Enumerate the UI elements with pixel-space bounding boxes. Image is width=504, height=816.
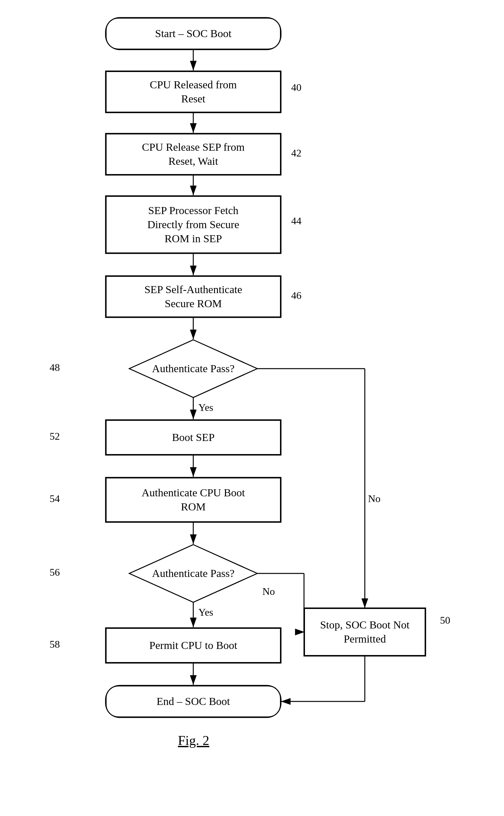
yes-label-1: Yes (198, 402, 213, 413)
auth-pass-1-label: Authenticate Pass? (152, 363, 235, 375)
svg-marker-11 (129, 340, 257, 397)
auth-cpu-boot-rom-label: Authenticate CPU BootROM (142, 486, 245, 514)
label-52: 52 (50, 430, 60, 442)
label-40: 40 (291, 82, 301, 93)
cpu-release-sep-node: CPU Release SEP fromReset, Wait (106, 133, 281, 175)
permit-cpu-label: Permit CPU to Boot (149, 638, 237, 652)
boot-sep-label: Boot SEP (172, 430, 214, 444)
flowchart: Start – SOC Boot 40 CPU Released fromRes… (0, 0, 504, 816)
label-44: 44 (291, 215, 301, 227)
fig-label: Fig. 2 (144, 733, 243, 748)
auth-pass-2-label: Authenticate Pass? (152, 567, 235, 580)
label-58: 58 (50, 638, 60, 650)
no-label-1: No (368, 493, 380, 505)
sep-self-auth-node: SEP Self-AuthenticateSecure ROM (106, 276, 281, 317)
boot-sep-node: Boot SEP (106, 420, 281, 455)
label-46: 46 (291, 290, 301, 301)
end-node: End – SOC Boot (106, 685, 281, 717)
yes-label-2: Yes (198, 606, 213, 618)
stop-label: Stop, SOC Boot NotPermitted (320, 618, 410, 646)
label-56: 56 (50, 566, 60, 578)
sep-fetch-label: SEP Processor FetchDirectly from SecureR… (148, 204, 239, 246)
auth-cpu-boot-rom-node: Authenticate CPU BootROM (106, 477, 281, 522)
no-label-2: No (262, 586, 275, 597)
svg-marker-17 (129, 545, 257, 602)
start-node: Start – SOC Boot (106, 18, 281, 50)
end-label: End – SOC Boot (156, 694, 230, 708)
label-48: 48 (50, 362, 60, 373)
fig-text: Fig. 2 (178, 733, 209, 748)
label-50: 50 (440, 614, 450, 626)
cpu-release-sep-label: CPU Release SEP fromReset, Wait (142, 140, 245, 168)
label-54: 54 (50, 493, 60, 505)
cpu-released-node: CPU Released fromReset (106, 71, 281, 113)
cpu-released-label: CPU Released fromReset (150, 78, 237, 106)
stop-node: Stop, SOC Boot NotPermitted (304, 608, 426, 656)
start-label: Start – SOC Boot (155, 27, 232, 41)
label-42: 42 (291, 147, 301, 159)
sep-self-auth-label: SEP Self-AuthenticateSecure ROM (144, 283, 242, 311)
permit-cpu-node: Permit CPU to Boot (106, 628, 281, 663)
sep-fetch-node: SEP Processor FetchDirectly from SecureR… (106, 196, 281, 253)
